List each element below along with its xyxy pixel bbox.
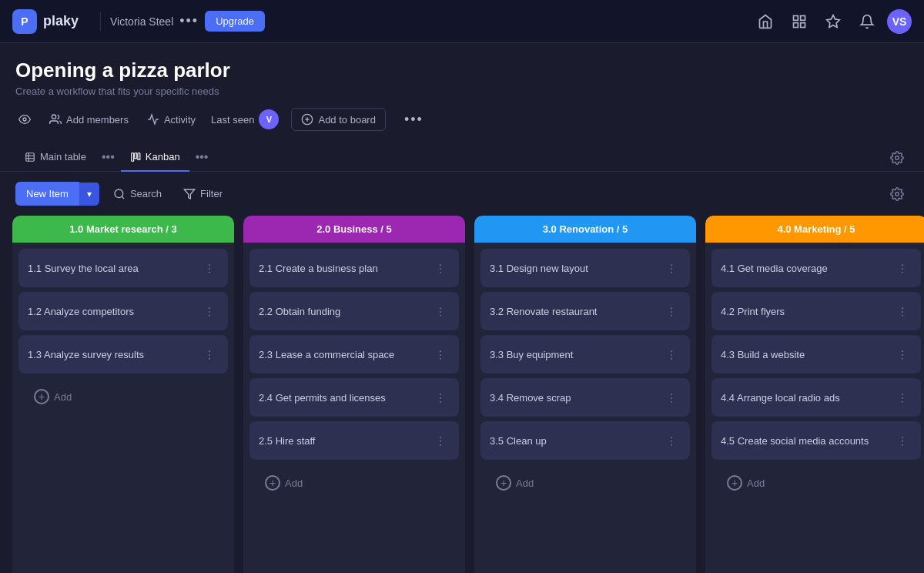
last-seen-area: Last seen V [211, 109, 279, 129]
activity-label: Activity [164, 114, 196, 126]
card-menu-button-card-3-1[interactable] [662, 260, 681, 276]
tab-kanban[interactable]: Kanban [121, 143, 189, 172]
filter-icon [183, 188, 196, 200]
card-menu-button-card-4-1[interactable] [893, 260, 912, 276]
card-menu-button-card-4-3[interactable] [893, 346, 912, 363]
upgrade-button[interactable]: Upgrade [205, 11, 265, 32]
card-text-card-1-3: 1.3 Analyze survey results [28, 349, 144, 360]
notifications-button[interactable] [853, 8, 881, 35]
search-button[interactable]: Search [105, 183, 169, 205]
svg-point-30 [209, 357, 210, 359]
svg-point-61 [902, 264, 903, 266]
kanban-card-card-2-3[interactable]: 2.3 Lease a commercial space [249, 335, 459, 374]
nav-more-button[interactable]: ••• [173, 10, 205, 32]
kanban-card-card-2-1[interactable]: 2.1 Create a business plan [249, 249, 459, 287]
card-menu-button-card-3-2[interactable] [662, 303, 681, 320]
svg-point-65 [902, 311, 903, 313]
star-icon [825, 14, 841, 29]
svg-point-38 [440, 354, 441, 356]
svg-point-33 [440, 271, 441, 273]
home-icon [758, 14, 773, 29]
add-members-label: Add members [66, 114, 129, 126]
card-menu-button-card-1-3[interactable] [200, 346, 219, 363]
add-button-market-research[interactable]: + Add [28, 384, 78, 409]
svg-point-54 [671, 357, 672, 359]
card-text-card-2-3: 2.3 Lease a commercial space [259, 349, 394, 360]
card-menu-button-card-3-3[interactable] [662, 346, 681, 363]
svg-point-47 [671, 268, 672, 270]
svg-point-36 [440, 314, 441, 316]
card-text-card-3-2: 3.2 Renovate restaurant [490, 306, 597, 317]
card-text-card-3-3: 3.3 Buy equipment [490, 349, 573, 360]
add-label-business: Add [285, 478, 303, 489]
last-seen-avatar: V [259, 109, 279, 129]
card-menu-button-card-4-5[interactable] [893, 432, 912, 449]
kanban-card-card-3-5[interactable]: 3.5 Clean up [480, 421, 690, 460]
watch-button[interactable] [15, 109, 34, 130]
svg-point-48 [671, 271, 672, 273]
toolbar-more-button[interactable]: ••• [398, 109, 430, 131]
card-menu-button-card-1-2[interactable] [200, 303, 219, 320]
add-button-business[interactable]: + Add [259, 471, 309, 495]
add-members-button[interactable]: Add members [46, 109, 132, 130]
filter-button[interactable]: Filter [176, 183, 230, 205]
card-menu-button-card-4-4[interactable] [893, 389, 912, 406]
card-text-card-4-5: 4.5 Create social media accounts [721, 435, 869, 447]
board-settings-button[interactable] [886, 181, 909, 206]
add-button-marketing[interactable]: + Add [721, 471, 771, 495]
card-menu-button-card-2-5[interactable] [431, 432, 450, 449]
svg-rect-10 [26, 152, 35, 161]
kanban-card-card-3-3[interactable]: 3.3 Buy equipment [480, 335, 690, 374]
kanban-card-card-4-4[interactable]: 4.4 Arrange local radio ads [711, 378, 921, 417]
kanban-card-card-4-1[interactable]: 4.1 Get media coverage [711, 249, 921, 287]
kanban-card-card-4-5[interactable]: 4.5 Create social media accounts [711, 421, 921, 460]
new-item-dropdown-button[interactable]: ▾ [79, 183, 99, 206]
column-body-market-research: 1.1 Survey the local area1.2 Analyze com… [12, 243, 234, 573]
tab-main-table[interactable]: Main table [15, 143, 95, 172]
svg-point-68 [902, 354, 903, 356]
kanban-card-card-4-2[interactable]: 4.2 Print flyers [711, 292, 921, 330]
view-settings-button[interactable] [886, 145, 909, 170]
card-menu-button-card-3-4[interactable] [662, 389, 681, 406]
kanban-card-card-3-1[interactable]: 3.1 Design new layout [480, 249, 690, 287]
kanban-card-card-2-5[interactable]: 2.5 Hire staff [249, 421, 459, 460]
add-circle-icon-market-research: + [34, 389, 49, 404]
add-button-renovation[interactable]: + Add [490, 471, 540, 495]
kanban-card-card-2-4[interactable]: 2.4 Get permits and licenses [249, 378, 459, 417]
apps-button[interactable] [785, 8, 813, 35]
kanban-more-button[interactable]: ••• [192, 147, 212, 167]
card-menu-button-card-2-2[interactable] [431, 303, 450, 320]
logo-text: plaky [43, 13, 79, 29]
kanban-card-card-1-2[interactable]: 1.2 Analyze competitors [18, 292, 228, 330]
column-header-market-research: 1.0 Market research / 3 [12, 216, 234, 243]
kanban-card-card-2-2[interactable]: 2.2 Obtain funding [249, 292, 459, 330]
svg-point-69 [902, 357, 903, 359]
svg-point-42 [440, 400, 441, 402]
card-menu-button-card-4-2[interactable] [893, 303, 912, 320]
apps-icon [792, 14, 807, 29]
card-menu-button-card-2-1[interactable] [431, 260, 450, 276]
add-to-board-button[interactable]: Add to board [291, 108, 385, 131]
dots-icon [434, 392, 447, 404]
card-menu-button-card-1-1[interactable] [200, 260, 219, 276]
activity-button[interactable]: Activity [144, 109, 199, 130]
card-menu-button-card-2-4[interactable] [431, 389, 450, 406]
kanban-board: 1.0 Market research / 31.1 Survey the lo… [0, 216, 924, 573]
kanban-card-card-4-3[interactable]: 4.3 Build a website [711, 335, 921, 374]
favorites-button[interactable] [819, 8, 847, 35]
search-icon [113, 188, 126, 200]
nav-icons: VS [752, 8, 912, 35]
dots-icon [665, 349, 678, 361]
card-menu-button-card-3-5[interactable] [662, 432, 681, 449]
dots-icon [434, 349, 447, 361]
card-menu-button-card-2-3[interactable] [431, 346, 450, 363]
svg-marker-20 [184, 189, 194, 199]
user-avatar-button[interactable]: VS [887, 9, 912, 34]
kanban-card-card-1-3[interactable]: 1.3 Analyze survey results [18, 335, 228, 374]
home-button[interactable] [752, 8, 779, 35]
kanban-card-card-3-2[interactable]: 3.2 Renovate restaurant [480, 292, 690, 330]
kanban-card-card-1-1[interactable]: 1.1 Survey the local area [18, 249, 228, 287]
kanban-card-card-3-4[interactable]: 3.4 Remove scrap [480, 378, 690, 417]
new-item-button[interactable]: New Item [15, 182, 79, 206]
main-table-more-button[interactable]: ••• [99, 147, 118, 167]
